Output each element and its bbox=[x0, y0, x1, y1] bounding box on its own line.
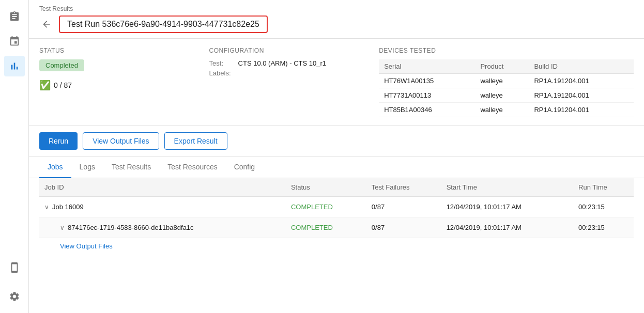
view-output-button[interactable]: View Output Files bbox=[83, 132, 159, 150]
devices-table: Serial Product Build ID HT76W1A00135wall… bbox=[379, 59, 634, 117]
pass-count-value: 0 / 87 bbox=[54, 81, 72, 89]
main-content: Test Results Test Run 536c76e6-9a90-4914… bbox=[29, 0, 644, 313]
jobs-col-status: Status bbox=[286, 178, 366, 197]
config-col: Configuration Test: CTS 10.0 (ARM) - CTS… bbox=[209, 47, 379, 117]
sidebar-item-chart[interactable] bbox=[4, 56, 25, 76]
breadcrumb: Test Results bbox=[39, 5, 634, 12]
jobs-section: Job ID Status Test Failures Start Time R… bbox=[29, 178, 644, 313]
back-button[interactable] bbox=[39, 17, 54, 32]
config-title: Configuration bbox=[209, 47, 379, 54]
pass-count: ✅ 0 / 87 bbox=[39, 80, 209, 91]
test-run-row: Test Run 536c76e6-9a90-4914-9903-447731c… bbox=[39, 15, 634, 33]
rerun-button[interactable]: Rerun bbox=[39, 132, 78, 150]
jobs-col-failures: Test Failures bbox=[366, 178, 441, 197]
devices-col-product: Product bbox=[475, 59, 529, 74]
config-test-label: Test: bbox=[209, 59, 235, 67]
status-col: Status Completed ✅ 0 / 87 bbox=[39, 47, 209, 117]
jobs-table: Job ID Status Test Failures Start Time R… bbox=[39, 178, 634, 238]
tab-config[interactable]: Config bbox=[226, 156, 263, 178]
sidebar-item-clipboard[interactable] bbox=[4, 6, 25, 27]
tabs: Jobs Logs Test Results Test Resources Co… bbox=[29, 156, 644, 178]
status-badge: Completed bbox=[39, 59, 84, 71]
tab-test-resources[interactable]: Test Resources bbox=[159, 156, 225, 178]
device-row: HT76W1A00135walleyeRP1A.191204.001 bbox=[379, 74, 634, 88]
job-row: ∨Job 16009COMPLETED0/8712/04/2019, 10:01… bbox=[39, 197, 634, 217]
device-row: HT85B1A00346walleyeRP1A.191204.001 bbox=[379, 103, 634, 117]
devices-col: Devices Tested Serial Product Build ID H… bbox=[379, 47, 634, 117]
tab-test-results[interactable]: Test Results bbox=[103, 156, 159, 178]
config-labels-label: Labels: bbox=[209, 69, 235, 77]
sidebar-item-phone[interactable] bbox=[4, 257, 25, 278]
jobs-col-run: Run Time bbox=[573, 178, 634, 197]
sidebar-item-calendar[interactable] bbox=[4, 31, 25, 52]
devices-title: Devices Tested bbox=[379, 47, 634, 54]
jobs-col-start: Start Time bbox=[441, 178, 573, 197]
sidebar bbox=[0, 0, 29, 313]
check-icon: ✅ bbox=[39, 80, 51, 91]
sub-expand-icon[interactable]: ∨ bbox=[60, 224, 65, 231]
device-row: HT7731A00113walleyeRP1A.191204.001 bbox=[379, 88, 634, 103]
job-row: ∨874176ec-1719-4583-8660-de11ba8dfa1cCOM… bbox=[39, 217, 634, 238]
tab-jobs[interactable]: Jobs bbox=[39, 156, 71, 178]
sidebar-item-settings[interactable] bbox=[4, 286, 25, 307]
header: Test Results Test Run 536c76e6-9a90-4914… bbox=[29, 0, 644, 39]
jobs-col-id: Job ID bbox=[39, 178, 286, 197]
test-run-id: Test Run 536c76e6-9a90-4914-9903-447731c… bbox=[59, 15, 268, 33]
devices-col-build: Build ID bbox=[529, 59, 634, 74]
expand-icon[interactable]: ∨ bbox=[44, 204, 49, 211]
export-result-button[interactable]: Export Result bbox=[164, 132, 227, 150]
info-section: Status Completed ✅ 0 / 87 Configuration … bbox=[29, 39, 644, 126]
config-test-value: CTS 10.0 (ARM) - CTS 10_r1 bbox=[238, 59, 327, 67]
view-output-link[interactable]: View Output Files bbox=[60, 238, 113, 254]
config-labels-row: Labels: bbox=[209, 69, 379, 77]
config-test-row: Test: CTS 10.0 (ARM) - CTS 10_r1 bbox=[209, 59, 379, 67]
action-row: Rerun View Output Files Export Result bbox=[29, 126, 644, 156]
tab-logs[interactable]: Logs bbox=[71, 156, 103, 178]
status-title: Status bbox=[39, 47, 209, 54]
devices-col-serial: Serial bbox=[379, 59, 475, 74]
